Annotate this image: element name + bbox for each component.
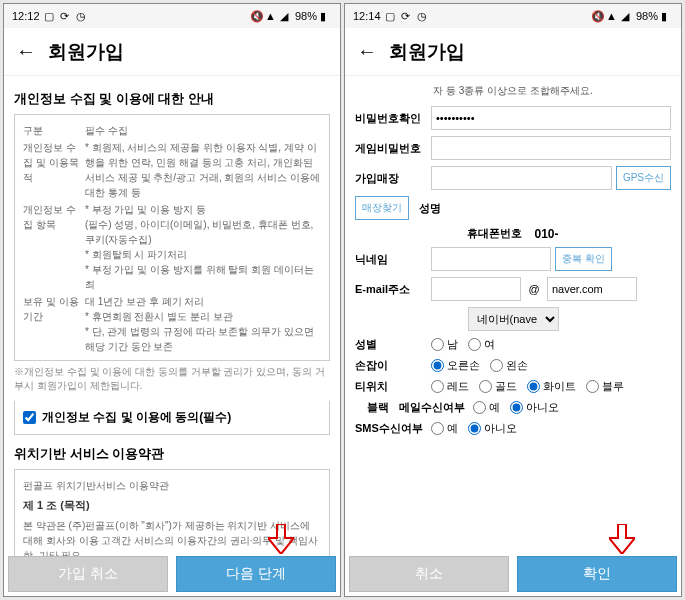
image-icon: ▢ [44, 10, 56, 22]
radio-gender-f[interactable]: 여 [468, 337, 495, 352]
confirm-button[interactable]: 확인 [517, 556, 677, 592]
status-time: 12:12 [12, 10, 40, 22]
mute-icon: 🔇 [591, 10, 603, 22]
battery-icon: ▮ [661, 10, 673, 22]
section-location-title: 위치기반 서비스 이용약관 [14, 445, 330, 463]
email-domain-input[interactable] [547, 277, 637, 301]
email-local-input[interactable] [431, 277, 521, 301]
table-header-label: 구분 [23, 123, 85, 138]
footer-buttons: 취소 확인 [345, 556, 681, 596]
label-phone: 휴대폰번호 [467, 226, 522, 241]
consent-privacy[interactable]: 개인정보 수집 및 이용에 동의(필수) [14, 401, 330, 435]
image-icon: ▢ [385, 10, 397, 22]
signup-form[interactable]: 자 등 3종류 이상으로 조합해주세요. 비밀번호확인 게임비밀번호 가입매장 … [345, 76, 681, 556]
page-title: 회원가입 [389, 39, 465, 65]
label-pwd-confirm: 비밀번호확인 [355, 111, 427, 126]
status-time: 12:14 [353, 10, 381, 22]
store-input[interactable] [431, 166, 612, 190]
back-icon[interactable]: ← [16, 40, 36, 63]
privacy-table: 구분필수 수집 개인정보 수집 및 이용목적* 회원제, 서비스의 제공을 위한… [14, 114, 330, 361]
password-confirm-input[interactable] [431, 106, 671, 130]
clock-icon: ◷ [417, 10, 429, 22]
radio-mail-no[interactable]: 아니오 [510, 400, 559, 415]
find-store-button[interactable]: 매장찾기 [355, 196, 409, 220]
arrow-annotation-icon [268, 524, 294, 554]
battery-pct: 98% [636, 10, 658, 22]
table-row-value: 대 1년간 보관 후 폐기 처리 * 휴면회원 전환시 별도 분리 보관 * 단… [85, 294, 321, 354]
label-game-pwd: 게임비밀번호 [355, 141, 427, 156]
table-row-value: * 부정 가입 및 이용 방지 등 (필수) 성명, 아이디(이메일), 비밀번… [85, 202, 321, 292]
signal-icon: ◢ [621, 10, 633, 22]
label-name: 성명 [419, 201, 441, 216]
consent-privacy-checkbox[interactable] [23, 411, 36, 424]
phone-screen-right: 12:14 ▢ ⟳ ◷ 🔇 ▲ ◢ 98% ▮ ← 회원가입 자 등 3종류 이… [344, 3, 682, 597]
table-row-label: 개인정보 수집 및 이용목적 [23, 140, 85, 200]
clock-icon: ◷ [76, 10, 88, 22]
email-provider-select[interactable]: 네이버(nave [468, 307, 559, 331]
email-at: @ [525, 283, 543, 295]
phone-prefix: 010- [534, 227, 558, 241]
check-duplicate-button[interactable]: 중복 확인 [555, 247, 612, 271]
section-privacy-title: 개인정보 수집 및 이용에 대한 안내 [14, 90, 330, 108]
radio-tee-white[interactable]: 화이트 [527, 379, 576, 394]
game-password-input[interactable] [431, 136, 671, 160]
privacy-note: ※개인정보 수집 및 이용에 대한 동의를 거부할 권리가 있으며, 동의 거부… [14, 365, 330, 393]
radio-tee-red[interactable]: 레드 [431, 379, 469, 394]
label-black: 블랙 [355, 400, 395, 415]
table-row-label: 보유 및 이용 기간 [23, 294, 85, 354]
content-scroll[interactable]: 개인정보 수집 및 이용에 대한 안내 구분필수 수집 개인정보 수집 및 이용… [4, 76, 340, 556]
title-bar: ← 회원가입 [345, 28, 681, 76]
label-sms-sub: SMS수신여부 [355, 421, 427, 436]
nickname-input[interactable] [431, 247, 551, 271]
label-email: E-mail주소 [355, 282, 427, 297]
radio-sms-no[interactable]: 아니오 [468, 421, 517, 436]
sync-icon: ⟳ [401, 10, 413, 22]
radio-gender-m[interactable]: 남 [431, 337, 458, 352]
terms-article: 제 1 조 (목적) [23, 497, 321, 514]
consent-privacy-label: 개인정보 수집 및 이용에 동의(필수) [42, 409, 231, 426]
terms-heading: 펀골프 위치기반서비스 이용약관 [23, 478, 321, 493]
back-icon[interactable]: ← [357, 40, 377, 63]
radio-tee-gold[interactable]: 골드 [479, 379, 517, 394]
table-row-value: * 회원제, 서비스의 제공을 위한 이용자 식별, 계약 이행을 위한 연락,… [85, 140, 321, 200]
label-hand: 손잡이 [355, 358, 427, 373]
battery-icon: ▮ [320, 10, 332, 22]
radio-hand-right[interactable]: 오른손 [431, 358, 480, 373]
password-hint: 자 등 3종류 이상으로 조합해주세요. [355, 84, 671, 98]
label-gender: 성별 [355, 337, 427, 352]
radio-sms-yes[interactable]: 예 [431, 421, 458, 436]
gps-button[interactable]: GPS수신 [616, 166, 671, 190]
table-header-value: 필수 수집 [85, 123, 321, 138]
cancel-signup-button[interactable]: 가입 취소 [8, 556, 168, 592]
table-row-label: 개인정보 수집 항목 [23, 202, 85, 292]
page-title: 회원가입 [48, 39, 124, 65]
mute-icon: 🔇 [250, 10, 262, 22]
wifi-icon: ▲ [265, 10, 277, 22]
radio-tee-blue[interactable]: 블루 [586, 379, 624, 394]
label-tee: 티위치 [355, 379, 427, 394]
signal-icon: ◢ [280, 10, 292, 22]
cancel-button[interactable]: 취소 [349, 556, 509, 592]
sync-icon: ⟳ [60, 10, 72, 22]
phone-screen-left: 12:12 ▢ ⟳ ◷ 🔇 ▲ ◢ 98% ▮ ← 회원가입 개인정보 수집 및… [3, 3, 341, 597]
footer-buttons: 가입 취소 다음 단계 [4, 556, 340, 596]
radio-hand-left[interactable]: 왼손 [490, 358, 528, 373]
label-nickname: 닉네임 [355, 252, 427, 267]
arrow-annotation-icon [609, 524, 635, 554]
radio-mail-yes[interactable]: 예 [473, 400, 500, 415]
battery-pct: 98% [295, 10, 317, 22]
status-bar: 12:14 ▢ ⟳ ◷ 🔇 ▲ ◢ 98% ▮ [345, 4, 681, 28]
wifi-icon: ▲ [606, 10, 618, 22]
next-step-button[interactable]: 다음 단계 [176, 556, 336, 592]
title-bar: ← 회원가입 [4, 28, 340, 76]
label-mail-sub: 메일수신여부 [399, 400, 469, 415]
label-store: 가입매장 [355, 171, 427, 186]
status-bar: 12:12 ▢ ⟳ ◷ 🔇 ▲ ◢ 98% ▮ [4, 4, 340, 28]
